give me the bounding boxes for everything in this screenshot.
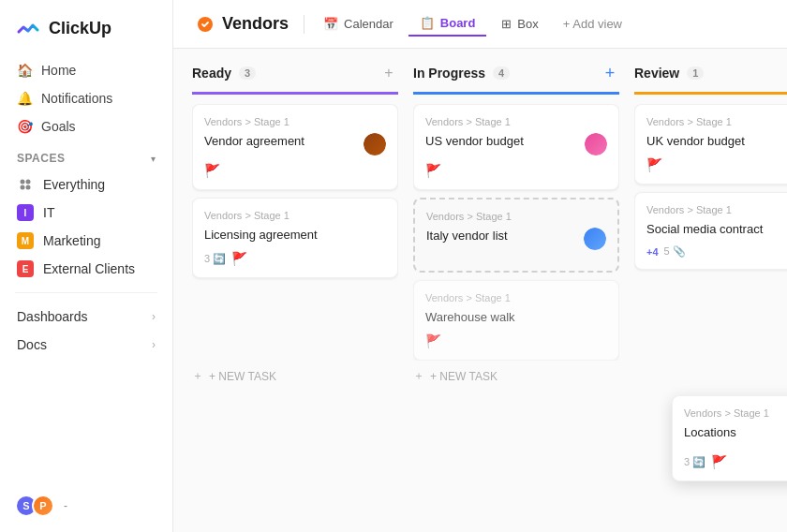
column-inprogress-title: In Progress bbox=[413, 66, 485, 81]
user-avatar-p[interactable]: P bbox=[32, 495, 54, 517]
column-ready-add-button[interactable]: + bbox=[379, 64, 398, 82]
spaces-chevron-icon[interactable]: ▾ bbox=[151, 154, 156, 164]
column-review: Review 1 + Vendors > Stage 1 UK vendor b… bbox=[634, 64, 787, 392]
flag-red-icon: 🚩 bbox=[425, 163, 441, 178]
sidebar-item-docs-label: Docs bbox=[17, 337, 47, 352]
floating-card-path: Vendors > Stage 1 bbox=[684, 407, 787, 419]
card-us-vendor-budget[interactable]: Vendors > Stage 1 US vendor budget 🚩 bbox=[413, 104, 619, 190]
sidebar-divider bbox=[15, 292, 157, 293]
add-view-button[interactable]: + Add view bbox=[554, 12, 631, 36]
logo-text: ClickUp bbox=[49, 19, 111, 38]
card-licensing-meta: 3 🔄 bbox=[204, 253, 226, 265]
card-social-media-contract-top: Social media contract bbox=[646, 221, 787, 238]
card-us-vendor-budget-path: Vendors > Stage 1 bbox=[425, 116, 607, 127]
sidebar-item-notifications[interactable]: 🔔 Notifications bbox=[7, 84, 165, 112]
card-social-media-attach: 5 📎 bbox=[664, 245, 686, 258]
floating-card-meta: 3 🔄 bbox=[684, 456, 705, 468]
home-icon: 🏠 bbox=[17, 63, 32, 78]
column-review-count: 1 bbox=[687, 66, 704, 80]
sidebar-item-external-clients-label: External Clients bbox=[43, 261, 135, 276]
sidebar-item-dashboards[interactable]: Dashboards › bbox=[7, 303, 165, 331]
docs-chevron-icon: › bbox=[152, 338, 156, 351]
column-ready-count: 3 bbox=[239, 66, 256, 80]
floating-card-title: Locations bbox=[684, 424, 787, 441]
new-task-ready-button[interactable]: ＋ + NEW TASK bbox=[192, 361, 398, 392]
column-inprogress: In Progress 4 + Vendors > Stage 1 US ven… bbox=[413, 64, 619, 392]
clickup-logo-icon bbox=[15, 15, 41, 41]
card-licensing-agreement-title: Licensing agreement bbox=[204, 227, 386, 244]
column-ready-header: Ready 3 + bbox=[192, 64, 398, 95]
topbar-divider bbox=[304, 15, 304, 34]
sidebar-item-everything[interactable]: Everything bbox=[7, 170, 165, 199]
flag-green-icon: 🚩 bbox=[231, 251, 247, 266]
board: Ready 3 + Vendors > Stage 1 Vendor agree… bbox=[173, 49, 787, 406]
marketing-space-icon: M bbox=[17, 232, 34, 249]
sidebar-item-home-label: Home bbox=[41, 63, 76, 78]
sidebar-item-dashboards-label: Dashboards bbox=[17, 309, 88, 324]
card-us-vendor-budget-footer: 🚩 bbox=[425, 163, 607, 178]
card-warehouse-walk[interactable]: Vendors > Stage 1 Warehouse walk 🚩 bbox=[413, 280, 619, 361]
column-inprogress-header: In Progress 4 + bbox=[413, 64, 619, 95]
column-inprogress-cards: Vendors > Stage 1 US vendor budget 🚩 bbox=[413, 104, 619, 361]
sidebar-item-docs[interactable]: Docs › bbox=[7, 331, 165, 359]
card-us-vendor-budget-title: US vendor budget bbox=[425, 133, 577, 150]
bottom-dash: - bbox=[64, 499, 67, 512]
calendar-icon: 📅 bbox=[323, 17, 338, 31]
new-task-ready-plus: ＋ bbox=[192, 368, 203, 384]
dashboards-chevron-icon: › bbox=[152, 310, 156, 323]
logo-area: ClickUp bbox=[0, 15, 172, 56]
sidebar: ClickUp 🏠 Home 🔔 Notifications 🎯 Goals S… bbox=[0, 0, 173, 532]
card-social-media-contract-footer: +4 5 📎 bbox=[646, 245, 787, 258]
card-us-vendor-budget-avatar bbox=[585, 133, 607, 155]
sidebar-item-goals-label: Goals bbox=[41, 119, 76, 134]
card-social-media-contract[interactable]: Vendors > Stage 1 Social media contract … bbox=[634, 192, 787, 270]
board-view-button[interactable]: 📋 Board bbox=[408, 11, 487, 37]
card-italy-vendor-list[interactable]: Vendors > Stage 1 Italy vendor list bbox=[413, 198, 619, 273]
it-space-icon: I bbox=[17, 204, 34, 221]
sidebar-item-home[interactable]: 🏠 Home bbox=[7, 56, 165, 84]
card-vendor-agreement-top: Vendor agreement bbox=[204, 133, 386, 155]
topbar: Vendors 📅 Calendar 📋 Board ⊞ Box + Add v… bbox=[173, 0, 787, 49]
column-inprogress-add-button[interactable]: + bbox=[601, 64, 619, 82]
column-review-title: Review bbox=[634, 66, 679, 81]
new-task-inprogress-button[interactable]: ＋ + NEW TASK bbox=[413, 361, 619, 392]
board-icon: 📋 bbox=[420, 16, 435, 30]
card-warehouse-walk-title: Warehouse walk bbox=[425, 309, 607, 326]
sidebar-item-goals[interactable]: 🎯 Goals bbox=[7, 112, 165, 140]
sidebar-item-everything-label: Everything bbox=[43, 177, 105, 192]
svg-point-3 bbox=[26, 185, 31, 190]
card-social-media-contract-path: Vendors > Stage 1 bbox=[646, 204, 787, 215]
card-uk-vendor-budget-path: Vendors > Stage 1 bbox=[646, 116, 787, 127]
svg-point-1 bbox=[26, 180, 31, 185]
card-italy-vendor-list-path: Vendors > Stage 1 bbox=[426, 211, 606, 222]
card-us-vendor-budget-top: US vendor budget bbox=[425, 133, 607, 155]
card-vendor-agreement[interactable]: Vendors > Stage 1 Vendor agreement 🚩 bbox=[192, 104, 398, 190]
flag-red-uk-icon: 🚩 bbox=[646, 157, 662, 172]
board-wrapper: Ready 3 + Vendors > Stage 1 Vendor agree… bbox=[173, 49, 787, 532]
card-uk-vendor-budget[interactable]: Vendors > Stage 1 UK vendor budget 🚩 bbox=[634, 104, 787, 185]
sidebar-item-marketing[interactable]: M Marketing bbox=[7, 227, 165, 255]
column-ready-cards: Vendors > Stage 1 Vendor agreement 🚩 bbox=[192, 104, 398, 361]
calendar-view-button[interactable]: 📅 Calendar bbox=[312, 12, 405, 36]
sidebar-sections: Dashboards › Docs › bbox=[0, 303, 172, 359]
sidebar-item-it[interactable]: I IT bbox=[7, 199, 165, 227]
floating-card-locations[interactable]: Vendors > Stage 1 Locations 3 🔄 🚩 bbox=[672, 395, 787, 481]
spaces-label: Spaces bbox=[17, 152, 65, 165]
refresh-icon: 3 🔄 bbox=[204, 253, 226, 265]
card-social-media-meta: +4 bbox=[646, 246, 659, 258]
card-italy-vendor-list-title: Italy vendor list bbox=[426, 228, 576, 244]
card-licensing-agreement[interactable]: Vendors > Stage 1 Licensing agreement 3 … bbox=[192, 198, 398, 278]
sidebar-item-marketing-label: Marketing bbox=[43, 233, 100, 248]
card-social-media-contract-title: Social media contract bbox=[646, 221, 787, 238]
box-view-button[interactable]: ⊞ Box bbox=[490, 12, 549, 36]
flag-yellow-walk-icon: 🚩 bbox=[425, 333, 441, 348]
card-licensing-agreement-top: Licensing agreement bbox=[204, 227, 386, 244]
svg-point-2 bbox=[21, 185, 25, 190]
sidebar-item-external-clients[interactable]: E External Clients bbox=[7, 255, 165, 283]
sidebar-bottom: S P - bbox=[0, 495, 172, 517]
avatar-group: S P bbox=[15, 495, 54, 517]
page-title: Vendors bbox=[222, 14, 289, 34]
floating-card-footer: 3 🔄 🚩 bbox=[684, 454, 787, 469]
card-warehouse-walk-footer: 🚩 bbox=[425, 333, 607, 348]
main-content: Vendors 📅 Calendar 📋 Board ⊞ Box + Add v… bbox=[173, 0, 787, 532]
